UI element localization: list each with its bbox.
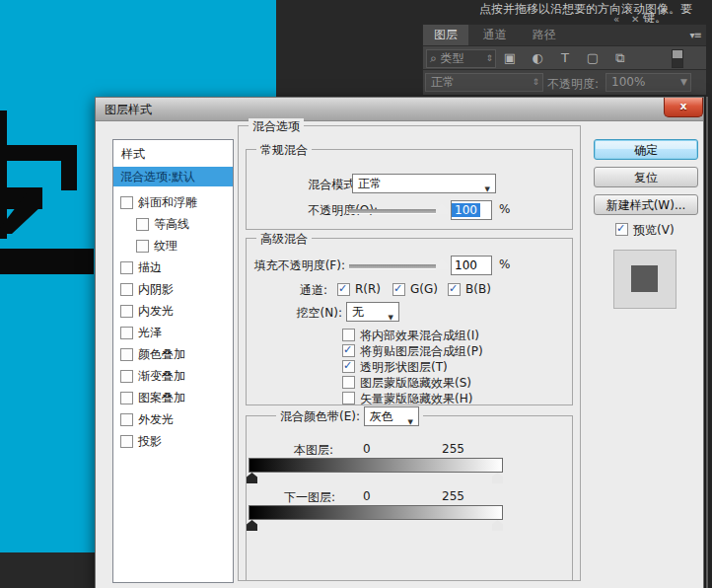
list-item-inner-shadow[interactable]: 内阴影 [113, 278, 233, 300]
checkbox[interactable] [136, 218, 149, 231]
checkbox[interactable] [120, 327, 133, 339]
filter-type-dropdown[interactable]: ⌕ 类型 ⇕ [426, 49, 496, 68]
layer-filter-row: ⌕ 类型 ⇕ ▣ ◐ T ▢ ⧉ [423, 45, 706, 70]
list-item-drop-shadow[interactable]: 投影 [113, 430, 233, 452]
list-item-pattern-overlay[interactable]: 图案叠加 [113, 387, 233, 408]
style-preview-swatch [613, 250, 676, 309]
checkbox[interactable] [136, 240, 149, 253]
checkbox[interactable] [120, 305, 133, 318]
blend-mode-dropdown[interactable]: 正常 ▼ [352, 174, 496, 193]
channel-b-checkbox[interactable]: B(B) [448, 282, 491, 296]
fill-opacity-slider[interactable] [349, 264, 444, 269]
channel-r-checkbox[interactable]: R(R) [337, 282, 381, 296]
checkbox[interactable] [120, 261, 133, 274]
list-item-stroke[interactable]: 描边 [113, 257, 233, 278]
checkbox[interactable] [120, 413, 133, 426]
opacity-value-field[interactable]: 100 [451, 200, 492, 220]
underlying-layer-white-marker[interactable] [492, 520, 503, 531]
styles-list: 样式 混合选项:默认 斜面和浮雕 等高线 纹理 描边 内阴影 内发光 光泽 颜色… [112, 139, 234, 583]
filter-toggle-icon[interactable] [672, 49, 683, 68]
type-filter-icon[interactable]: T [554, 48, 576, 67]
fill-opacity-value-field[interactable]: 100 [451, 256, 492, 275]
checkbox[interactable] [120, 196, 133, 209]
list-item-gradient-overlay[interactable]: 渐变叠加 [113, 365, 233, 387]
list-item-label: 光泽 [138, 326, 162, 339]
checkbox[interactable] [342, 360, 355, 373]
list-item-label: 等高线 [154, 217, 189, 231]
option-vector-mask-hides[interactable]: 矢量蒙版隐藏效果(H) [342, 391, 472, 407]
list-item-label: 纹理 [154, 239, 178, 253]
checkbox[interactable] [392, 283, 405, 296]
checkbox[interactable] [342, 392, 355, 404]
list-item-contour[interactable]: 等高线 [113, 213, 233, 235]
option-blend-interior[interactable]: 将内部效果混合成组(I) [342, 328, 479, 344]
list-item-outer-glow[interactable]: 外发光 [113, 408, 233, 430]
document-canvas [0, 0, 276, 97]
underlying-layer-gradient-bar[interactable] [249, 505, 503, 520]
this-layer-gradient-bar[interactable] [249, 458, 503, 473]
dialog-title-bar[interactable]: 图层样式 x [96, 98, 703, 121]
this-layer-label: 本图层: [294, 442, 333, 459]
reset-button[interactable]: 复位 [594, 167, 698, 187]
tab-channels[interactable]: 通道 [472, 25, 518, 45]
checkbox[interactable] [120, 348, 133, 361]
list-item-satin[interactable]: 光泽 [113, 322, 233, 343]
checkbox[interactable] [120, 370, 133, 383]
shape-filter-icon[interactable]: ▢ [582, 48, 604, 67]
list-item-blending-options[interactable]: 混合选项:默认 [113, 167, 233, 186]
close-panel-icon[interactable]: ✕ [631, 15, 639, 25]
checkbox[interactable] [120, 283, 133, 296]
list-item-color-overlay[interactable]: 颜色叠加 [113, 343, 233, 365]
checkbox[interactable] [120, 435, 133, 448]
checkbox[interactable] [120, 392, 133, 404]
option-transparency-shapes[interactable]: 透明形状图层(T) [342, 359, 448, 376]
checkbox[interactable] [342, 376, 355, 389]
checkbox[interactable] [342, 329, 355, 341]
list-item-label: 内发光 [138, 304, 174, 318]
this-layer-black-marker[interactable] [247, 473, 257, 483]
layer-opacity-dropdown[interactable]: 100% ▼ [605, 73, 691, 92]
panel-menu-icon[interactable]: ▾≡ [690, 30, 701, 40]
underlying-layer-black-marker[interactable] [247, 520, 257, 531]
general-blending-group: 常规混合 混合模式(D): 正常 ▼ 不透明度(O): 100 % [246, 149, 573, 230]
close-button[interactable]: x [664, 98, 703, 117]
channels-label: 通道: [266, 282, 327, 299]
option-label: 透明形状图层(T) [360, 360, 448, 374]
opacity-unit: % [499, 202, 510, 216]
right-edge-divider [706, 97, 708, 588]
new-style-button[interactable]: 新建样式(W)... [594, 194, 698, 215]
layer-blend-mode-dropdown[interactable]: 正常 ⇕ [425, 73, 543, 92]
checkbox[interactable] [337, 283, 350, 296]
option-blend-clipped[interactable]: 将剪贴图层混合成组(P) [342, 343, 483, 360]
underlying-layer-label: 下一图层: [284, 489, 335, 506]
list-item-bevel-emboss[interactable]: 斜面和浮雕 [113, 191, 233, 213]
preview-checkbox-row[interactable]: 预览(V) [615, 222, 675, 239]
ok-button[interactable]: 确定 [594, 139, 698, 160]
fill-opacity-slider-thumb[interactable] [436, 258, 448, 269]
knockout-dropdown[interactable]: 无 ▼ [346, 302, 399, 322]
pixel-filter-icon[interactable]: ▣ [499, 48, 521, 67]
list-item-label: 投影 [138, 434, 162, 448]
blend-if-channel-dropdown[interactable]: 灰色 ▼ [364, 406, 419, 426]
channel-g-checkbox[interactable]: G(G) [392, 282, 438, 296]
option-layer-mask-hides[interactable]: 图层蒙版隐藏效果(S) [342, 375, 471, 392]
blend-mode-value: 正常 [358, 177, 382, 190]
this-layer-white-marker[interactable] [492, 473, 503, 483]
collapse-panels-icon[interactable]: « [613, 15, 619, 25]
list-item-inner-glow[interactable]: 内发光 [113, 300, 233, 322]
fill-opacity-label: 填充不透明度(F): [249, 257, 345, 274]
list-item-texture[interactable]: 纹理 [113, 235, 233, 257]
tab-layers[interactable]: 图层 [423, 25, 468, 45]
tab-paths[interactable]: 路径 [522, 25, 567, 45]
adjustment-filter-icon[interactable]: ◐ [527, 48, 548, 67]
smart-object-filter-icon[interactable]: ⧉ [609, 48, 631, 67]
dropdown-arrow-icon: ▼ [485, 181, 490, 198]
option-label: 将剪贴图层混合成组(P) [360, 344, 483, 358]
dropdown-arrow-icon: ▼ [407, 413, 412, 431]
opacity-slider[interactable] [349, 209, 444, 214]
checkbox[interactable] [615, 223, 628, 236]
checkbox[interactable] [342, 344, 355, 357]
opacity-slider-thumb[interactable] [436, 203, 448, 214]
channel-b-label: B(B) [465, 282, 491, 296]
checkbox[interactable] [448, 283, 461, 296]
